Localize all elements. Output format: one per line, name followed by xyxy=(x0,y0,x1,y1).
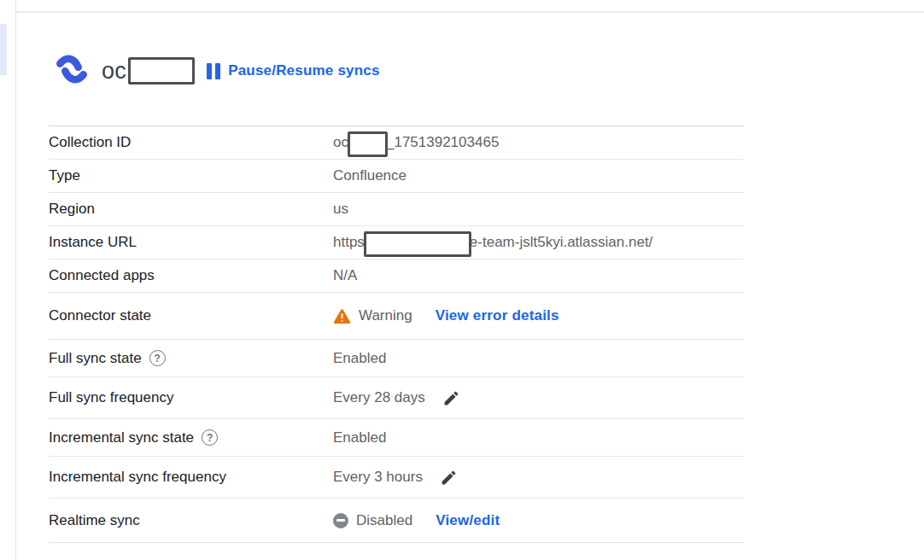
row-label: Type xyxy=(49,167,333,184)
row-value: Every 28 days xyxy=(333,389,744,407)
value-text: Every 3 hours xyxy=(333,469,423,486)
datastore-title: oc xyxy=(102,58,126,85)
datastore-details-page: oc Pause/Resume syncs Collection ID oc_1… xyxy=(0,0,924,560)
top-divider xyxy=(16,11,924,13)
warning-icon xyxy=(333,308,351,324)
value-text-suffix: e-team-jslt5kyi.atlassian.net/ xyxy=(470,234,652,251)
row-value: Every 3 hours xyxy=(333,469,744,487)
row-value: Enabled xyxy=(333,429,744,446)
table-row-realtime-sync: Realtime sync Disabled View/edit xyxy=(49,499,744,543)
row-value: Enabled xyxy=(333,350,744,367)
sidebar-selected-item-edge xyxy=(0,24,7,75)
table-row-instance-url: Instance URL httpse-team-jslt5kyi.atlass… xyxy=(49,226,744,260)
table-row-type: Type Confluence xyxy=(49,160,744,193)
confluence-icon xyxy=(54,52,90,90)
value-text-suffix: _1751392103465 xyxy=(386,134,499,151)
row-label-text: Incremental sync state xyxy=(49,429,194,446)
pause-resume-button[interactable]: Pause/Resume syncs xyxy=(207,62,379,79)
table-row-incremental-sync-frequency: Incremental sync frequency Every 3 hours xyxy=(49,457,744,499)
help-icon[interactable]: ? xyxy=(149,350,166,366)
redaction-box xyxy=(364,231,471,257)
pause-resume-label: Pause/Resume syncs xyxy=(228,62,379,79)
table-row-connector-state: Connector state Warning View error detai… xyxy=(49,293,744,340)
help-glyph: ? xyxy=(154,353,160,364)
help-icon[interactable]: ? xyxy=(202,429,218,446)
row-value: httpse-team-jslt5kyi.atlassian.net/ xyxy=(333,233,744,252)
datastore-header: oc Pause/Resume syncs xyxy=(54,51,744,90)
status-text: Disabled xyxy=(356,512,412,529)
row-value: Confluence xyxy=(333,167,744,184)
row-label: Instance URL xyxy=(49,234,333,251)
edit-icon[interactable] xyxy=(442,389,460,407)
left-panel-divider xyxy=(15,0,16,560)
status-text: Warning xyxy=(359,307,412,324)
row-label: Incremental sync frequency xyxy=(49,469,333,486)
row-value: Warning View error details xyxy=(333,307,744,324)
table-row-full-sync-state: Full sync state ? Enabled xyxy=(49,340,744,377)
table-row-full-sync-frequency: Full sync frequency Every 28 days xyxy=(49,377,744,419)
row-label: Incremental sync state ? xyxy=(49,429,333,446)
row-value: Disabled View/edit xyxy=(333,512,744,529)
edit-icon[interactable] xyxy=(440,469,458,487)
value-text-prefix: https xyxy=(333,234,365,251)
table-row-collection-id: Collection ID oc_1751392103465 xyxy=(49,126,744,160)
redaction-box xyxy=(348,131,388,157)
table-row-region: Region us xyxy=(49,193,744,226)
value-text: Every 28 days xyxy=(333,389,425,406)
row-value: us xyxy=(333,201,744,218)
row-value: N/A xyxy=(333,267,744,284)
row-label: Full sync frequency xyxy=(49,389,333,406)
value-text-prefix: oc xyxy=(333,134,348,151)
pause-icon xyxy=(207,63,220,79)
disabled-icon xyxy=(333,513,348,528)
redaction-box xyxy=(128,57,195,85)
row-label: Connected apps xyxy=(49,267,333,284)
main-content: oc Pause/Resume syncs Collection ID oc_1… xyxy=(49,51,744,543)
row-label: Collection ID xyxy=(49,134,333,151)
table-row-incremental-sync-state: Incremental sync state ? Enabled xyxy=(49,419,744,457)
details-table: Collection ID oc_1751392103465 Type Conf… xyxy=(49,125,744,543)
row-value: oc_1751392103465 xyxy=(333,133,744,152)
row-label: Realtime sync xyxy=(49,512,333,529)
help-glyph: ? xyxy=(207,433,213,443)
row-label-text: Full sync state xyxy=(49,350,142,367)
view-edit-link[interactable]: View/edit xyxy=(436,512,500,529)
row-label: Full sync state ? xyxy=(49,350,333,367)
row-label: Connector state xyxy=(49,307,333,324)
row-label: Region xyxy=(49,201,333,218)
view-error-details-link[interactable]: View error details xyxy=(436,307,559,324)
table-row-connected-apps: Connected apps N/A xyxy=(49,260,744,293)
